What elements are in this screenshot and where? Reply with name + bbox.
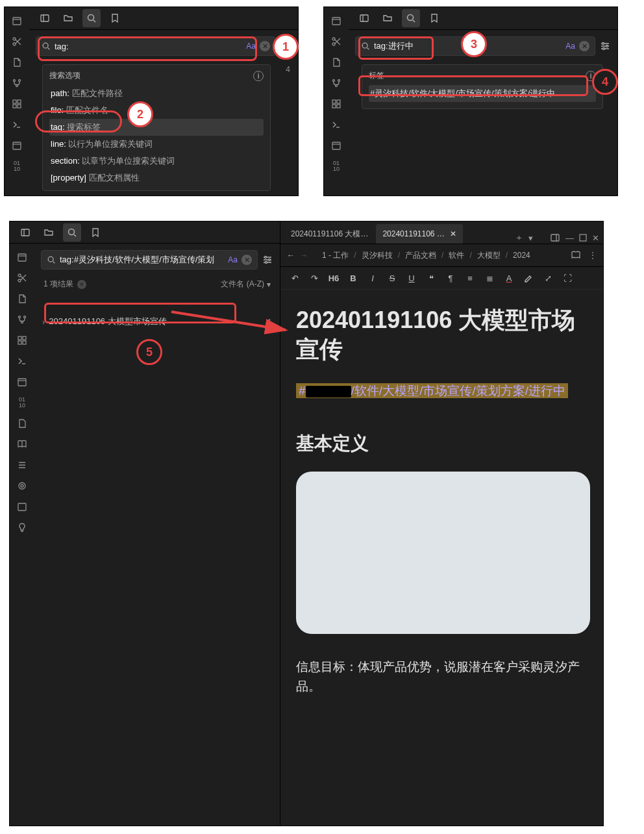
calendar2-icon[interactable] xyxy=(7,136,27,155)
terminal-icon[interactable] xyxy=(7,115,27,134)
option-section[interactable]: section: 以章节为单位搜索关键词 xyxy=(49,153,264,170)
calendar-icon[interactable] xyxy=(12,247,32,267)
list-ol-icon[interactable]: ≣ xyxy=(480,269,499,287)
chevron-down-icon[interactable]: ▾ xyxy=(528,233,533,243)
sidebar-topbar xyxy=(29,7,298,30)
svg-rect-25 xyxy=(332,105,336,108)
case-toggle[interactable]: Aa xyxy=(565,42,575,51)
clear-icon[interactable]: ✕ xyxy=(242,255,252,265)
scissors-icon[interactable] xyxy=(12,268,32,288)
crumb[interactable]: 2024 xyxy=(513,251,530,260)
underline-button[interactable]: U xyxy=(402,269,421,287)
text-color-button[interactable]: A xyxy=(500,269,518,287)
crumb[interactable]: 1 - 工作 xyxy=(322,250,349,261)
calendar3-icon[interactable] xyxy=(12,497,32,516)
close-window-icon[interactable]: ✕ xyxy=(592,233,599,243)
svg-point-38 xyxy=(24,316,26,318)
tab-inactive[interactable]: 202401191106 大模… xyxy=(284,224,375,244)
maximize-icon[interactable] xyxy=(579,234,587,242)
grid-icon[interactable] xyxy=(327,94,346,114)
document-body[interactable]: 202401191106 大模型市场宣传 #/软件/大模型/市场宣传/策划方案/… xyxy=(280,290,603,723)
binary-icon[interactable]: 0110 xyxy=(327,157,346,176)
panel-left-icon[interactable] xyxy=(36,9,54,27)
clear-results-icon[interactable]: ✕ xyxy=(77,280,86,289)
sort-label[interactable]: 文件名 (A-Z) xyxy=(221,279,264,290)
chevron-down-icon[interactable]: ▾ xyxy=(267,280,271,289)
option-path[interactable]: path: 匹配文件路径 xyxy=(49,85,264,102)
italic-button[interactable]: I xyxy=(364,269,382,287)
grid-icon[interactable] xyxy=(12,331,32,350)
page-icon[interactable] xyxy=(7,53,27,72)
heading-h6[interactable]: H6 xyxy=(325,269,343,287)
bold-button[interactable]: B xyxy=(344,269,362,287)
binary-icon[interactable]: 0110 xyxy=(7,157,27,176)
crumb[interactable]: 软件 xyxy=(449,250,464,261)
nav-back-icon[interactable]: ← xyxy=(287,251,295,260)
more-icon[interactable]: ⋮ xyxy=(589,251,597,260)
reader-icon[interactable] xyxy=(571,250,581,260)
tab-active[interactable]: 202401191106 … ✕ xyxy=(376,224,462,244)
clear-icon[interactable]: ✕ xyxy=(260,41,270,51)
panel-left-icon[interactable] xyxy=(355,9,373,27)
panel-left-icon[interactable] xyxy=(16,223,34,242)
book-icon[interactable] xyxy=(12,435,32,454)
crumb[interactable]: 大模型 xyxy=(477,250,501,261)
folder-icon[interactable] xyxy=(59,9,77,27)
folder-icon[interactable] xyxy=(40,223,58,242)
panel-right-icon[interactable] xyxy=(550,233,560,243)
bookmark-icon[interactable] xyxy=(86,223,105,242)
option-property[interactable]: [property] 匹配文档属性 xyxy=(49,170,264,186)
folder-icon[interactable] xyxy=(378,9,397,27)
undo-icon[interactable]: ↶ xyxy=(286,269,304,287)
bulb-icon[interactable] xyxy=(12,518,32,537)
page-icon[interactable] xyxy=(12,289,32,309)
new-tab-icon[interactable]: ＋ xyxy=(515,232,523,244)
bookmark-icon[interactable] xyxy=(425,9,443,27)
redo-icon[interactable]: ↷ xyxy=(305,269,323,287)
option-line[interactable]: line: 以行为单位搜索关键词 xyxy=(49,136,264,153)
search-settings-icon[interactable] xyxy=(599,40,611,52)
terminal-icon[interactable] xyxy=(327,115,346,134)
paragraph-icon[interactable]: ¶ xyxy=(441,269,460,287)
close-icon[interactable]: ✕ xyxy=(450,229,456,238)
strike-button[interactable]: S xyxy=(383,269,401,287)
dropdown-title: 搜索选项 xyxy=(49,70,80,81)
doc-tag[interactable]: #/软件/大模型/市场宣传/策划方案/进行中 xyxy=(296,383,568,398)
search-tab-icon[interactable] xyxy=(82,9,101,27)
calendar2-icon[interactable] xyxy=(12,372,32,392)
bookmark-icon[interactable] xyxy=(106,9,124,27)
branch-icon[interactable] xyxy=(7,73,27,93)
search-tab-icon[interactable] xyxy=(402,9,420,27)
crumb[interactable]: 灵汐科技 xyxy=(362,250,393,261)
expand-icon[interactable]: ⤢ xyxy=(539,269,557,287)
search-tab-icon[interactable] xyxy=(63,223,81,242)
annotation-oval-2 xyxy=(35,110,122,133)
search-settings-icon[interactable] xyxy=(262,254,273,266)
search-input-box[interactable]: tag:#灵汐科技/软件/大模型/市场宣传/策划 Aa ✕ xyxy=(41,250,258,270)
calendar2-icon[interactable] xyxy=(327,136,346,155)
case-toggle[interactable]: Aa xyxy=(228,255,238,264)
scissors-icon[interactable] xyxy=(327,32,346,51)
list-icon[interactable] xyxy=(12,455,32,475)
branch-icon[interactable] xyxy=(12,310,32,329)
minimize-icon[interactable]: — xyxy=(565,233,574,243)
calendar-icon[interactable] xyxy=(7,11,27,31)
fullscreen-icon[interactable]: ⛶ xyxy=(558,269,576,287)
binary-icon[interactable]: 0110 xyxy=(12,393,32,412)
scissors-icon[interactable] xyxy=(7,32,27,51)
calendar-icon[interactable] xyxy=(327,11,346,31)
quote-icon[interactable]: ❝ xyxy=(422,269,440,287)
crumb[interactable]: 产品文档 xyxy=(405,250,436,261)
branch-icon[interactable] xyxy=(327,73,346,93)
list-ul-icon[interactable]: ≡ xyxy=(461,269,479,287)
info-icon[interactable]: i xyxy=(253,71,264,81)
terminal-icon[interactable] xyxy=(12,351,32,371)
grid-icon[interactable] xyxy=(7,94,27,114)
target-icon[interactable] xyxy=(12,476,32,496)
clear-icon[interactable]: ✕ xyxy=(579,41,589,51)
svg-rect-44 xyxy=(18,379,26,386)
highlight-color-icon[interactable] xyxy=(519,269,538,287)
nav-fwd-icon[interactable]: → xyxy=(300,251,308,260)
page-icon[interactable] xyxy=(327,53,346,72)
page2-icon[interactable] xyxy=(12,414,32,433)
